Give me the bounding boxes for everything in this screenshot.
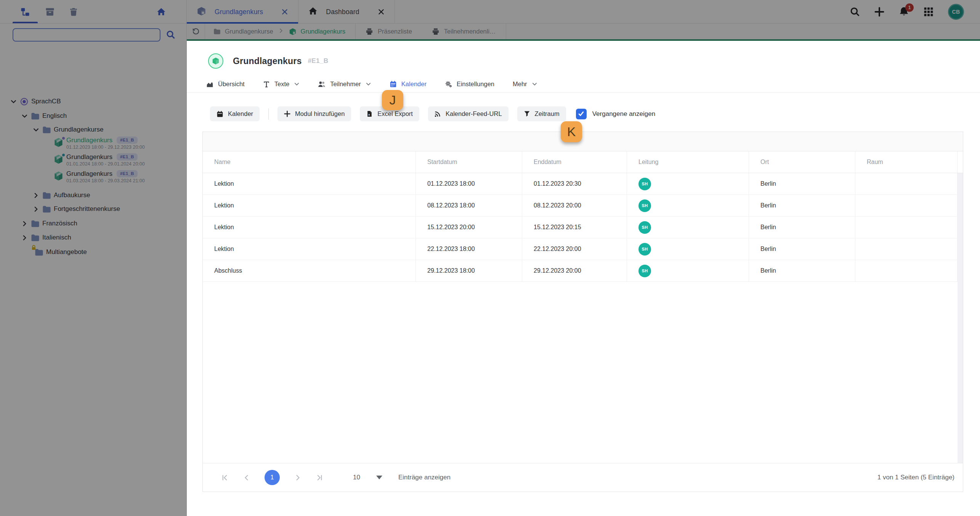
chevron-down-icon[interactable] <box>20 113 29 119</box>
table-row[interactable]: Lektion 01.12.2023 18:00 01.12.2023 20:3… <box>203 173 963 195</box>
tab-grundlagenkurs[interactable]: Grundlagenkurs <box>187 0 298 24</box>
tree-node-franzoesisch[interactable]: Französisch <box>0 217 187 230</box>
next-page-icon[interactable] <box>294 474 302 481</box>
separator <box>506 24 506 39</box>
add-icon[interactable] <box>874 7 884 17</box>
annotation-badge-k[interactable]: K <box>561 121 582 142</box>
tree-course-item-2[interactable]: Grundlagenkurs #E1_B 01.01.2024 18:00 - … <box>0 153 187 170</box>
print-tab-praesenzliste[interactable]: Präsenzliste <box>356 24 422 39</box>
tree-node-sprachcb[interactable]: SprachCB <box>0 95 187 108</box>
workspace-radio-icon <box>18 97 30 106</box>
tree-node-italienisch[interactable]: Italienisch <box>0 231 187 244</box>
apps-grid-icon[interactable] <box>924 7 933 17</box>
lock-icon <box>30 244 37 252</box>
table-row[interactable]: Lektion 22.12.2023 18:00 22.12.2023 20:0… <box>203 238 963 260</box>
button-label: Modul hinzufügen <box>295 110 345 117</box>
column-header-leitung[interactable]: Leitung <box>627 151 749 173</box>
table-row[interactable]: Abschluss 29.12.2023 18:00 29.12.2023 20… <box>203 260 963 282</box>
tree-node-multiangebote[interactable]: Multiangebote <box>0 245 187 259</box>
tree-node-grundlagenkurse[interactable]: Grundlagenkurse <box>0 123 187 137</box>
leader-avatar[interactable]: SH <box>638 178 651 190</box>
chevron-right-icon[interactable] <box>20 235 29 241</box>
zeitraum-filter-button[interactable]: Zeitraum <box>517 106 566 121</box>
table-row[interactable]: Lektion 08.12.2023 18:00 08.12.2023 20:0… <box>203 195 963 217</box>
tab-mehr[interactable]: Mehr <box>513 80 537 88</box>
text-icon <box>263 81 270 88</box>
tab-label: Übersicht <box>218 80 245 88</box>
close-tab-icon[interactable] <box>378 8 385 15</box>
leader-avatar[interactable]: SH <box>638 243 651 256</box>
chevron-down-icon[interactable] <box>9 98 18 105</box>
chevron-down-icon[interactable] <box>32 127 40 133</box>
leader-avatar[interactable]: SH <box>638 199 651 212</box>
cell-end: 08.12.2023 20:00 <box>522 195 627 216</box>
breadcrumb-current[interactable]: Grundlagenkurs <box>289 28 345 35</box>
sidebar-home-icon[interactable] <box>156 7 166 17</box>
breadcrumb-folder[interactable]: Grundlagenkurse <box>213 28 273 35</box>
cell-start: 29.12.2023 18:00 <box>415 260 522 281</box>
status-dot-teal <box>61 153 66 157</box>
tab-kalender[interactable]: Kalender <box>390 80 427 88</box>
show-past-checkbox-row[interactable]: Vergangene anzeigen <box>576 109 655 119</box>
current-page-button[interactable]: 1 <box>265 470 280 485</box>
kalender-view-button[interactable]: Kalender <box>210 106 260 121</box>
annotation-badge-j[interactable]: J <box>382 90 403 110</box>
calendar-feed-url-button[interactable]: Kalender-Feed-URL <box>428 106 508 121</box>
search-icon[interactable] <box>166 30 175 41</box>
cell-start: 01.12.2023 18:00 <box>415 173 522 195</box>
tree-node-fortgeschrittenenkurse[interactable]: Fortgeschrittenenkurse <box>0 202 187 216</box>
course-item-text: Grundlagenkurs #E1_B 01.01.2024 18:00 - … <box>66 153 145 167</box>
print-tabs: Präsenzliste Teilnehmendenli… <box>356 24 506 39</box>
leader-avatar[interactable]: SH <box>638 221 651 234</box>
archive-icon[interactable] <box>45 7 55 17</box>
chevron-down-icon <box>532 81 537 87</box>
tab-label: Teilnehmer <box>330 80 361 88</box>
course-title: Grundlagenkurs <box>66 170 112 178</box>
checkbox-checked-icon[interactable] <box>576 109 587 119</box>
cell-start: 22.12.2023 18:00 <box>415 238 522 260</box>
cell-ort: Berlin <box>749 260 855 281</box>
tab-dashboard[interactable]: Dashboard <box>298 0 395 24</box>
button-label: Excel Export <box>377 110 413 117</box>
tree-view-icon[interactable] <box>20 7 30 17</box>
tree-course-item-3[interactable]: Grundlagenkurs #E1_B 01.03.2024 18:00 - … <box>0 170 187 186</box>
tree-course-item-1[interactable]: Grundlagenkurs #E1_B 01.12.2023 18:00 - … <box>0 136 187 153</box>
chevron-right-icon[interactable] <box>32 206 40 212</box>
sessions-table-card: Name Startdatum Enddatum Leitung Ort Rau… <box>202 132 963 492</box>
tab-uebersicht[interactable]: Übersicht <box>206 80 245 88</box>
trash-icon[interactable] <box>69 7 79 17</box>
calendar-icon <box>217 111 223 117</box>
first-page-icon[interactable] <box>221 474 228 481</box>
column-header-enddatum[interactable]: Enddatum <box>522 151 627 173</box>
tree-node-aufbaukurse[interactable]: Aufbaukurse <box>0 188 187 202</box>
print-tab-teilnehmendenliste[interactable]: Teilnehmendenli… <box>422 24 506 39</box>
tab-einstellungen[interactable]: Einstellungen <box>445 80 494 88</box>
chevron-right-icon[interactable] <box>32 192 40 199</box>
previous-page-icon[interactable] <box>243 474 250 481</box>
scrollbar-track[interactable] <box>958 173 963 463</box>
cell-start: 08.12.2023 18:00 <box>415 195 522 216</box>
column-header-startdatum[interactable]: Startdatum <box>415 151 522 173</box>
tree-search-input[interactable] <box>13 28 160 42</box>
page-header: Grundlagenkurs #E1_B <box>208 53 328 69</box>
add-module-button[interactable]: Modul hinzufügen <box>277 106 351 121</box>
leader-avatar[interactable]: SH <box>638 265 651 277</box>
column-header-ort[interactable]: Ort <box>749 151 855 173</box>
tab-teilnehmer[interactable]: Teilnehmer <box>318 80 371 88</box>
close-tab-icon[interactable] <box>281 8 288 15</box>
last-page-icon[interactable] <box>316 474 323 481</box>
tab-label: Grundlagenkurs <box>215 8 263 16</box>
tab-texte[interactable]: Texte <box>263 80 300 88</box>
sidebar: SprachCB Englisch Grundlagenkurse <box>0 0 187 516</box>
history-icon[interactable] <box>187 28 205 35</box>
tree-node-englisch[interactable]: Englisch <box>0 109 187 123</box>
page-size-select[interactable]: 10 <box>353 474 382 481</box>
column-header-name[interactable]: Name <box>203 151 415 173</box>
global-search-icon[interactable] <box>850 7 860 17</box>
table-row[interactable]: Lektion 15.12.2023 20:00 15.12.2023 20:1… <box>203 217 963 238</box>
user-avatar[interactable]: CB <box>948 4 964 20</box>
notifications-bell-icon[interactable]: 1 <box>899 6 909 17</box>
column-header-raum[interactable]: Raum <box>855 151 957 173</box>
chevron-right-icon[interactable] <box>20 220 29 227</box>
pagination-bar: 1 10 Einträge anzeigen 1 von 1 Seiten (5… <box>203 463 963 492</box>
